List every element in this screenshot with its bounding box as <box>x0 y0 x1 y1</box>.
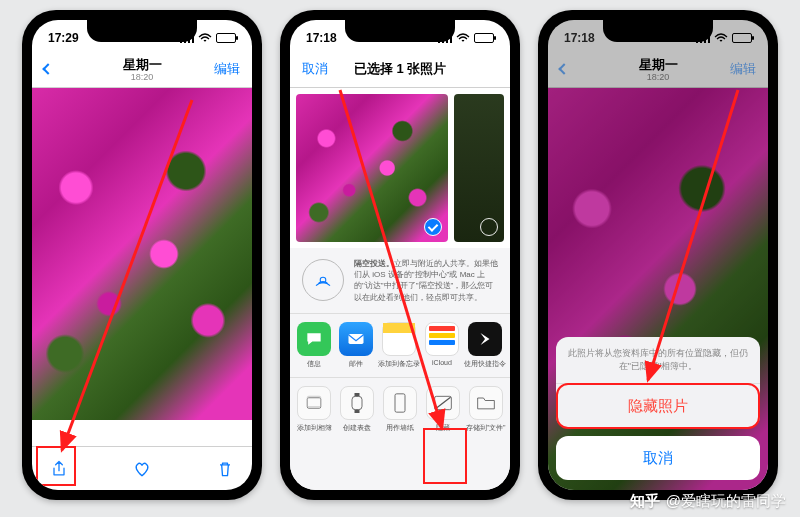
watermark: 知乎 @爱瞎玩的雷同学 <box>630 492 786 511</box>
phone-frame-3: 17:18 星期一 18:20 编辑 <box>538 10 778 500</box>
share-apps-row: 信息 邮件 添加到备忘录 iCloud 使用快捷指令 <box>290 314 510 378</box>
app-mail[interactable]: 邮件 <box>336 322 376 369</box>
wifi-icon <box>198 33 212 43</box>
nav-bar: 取消 已选择 1 张照片 <box>290 50 510 88</box>
sheet-hint: 此照片将从您资料库中的所有位置隐藏，但仍在"已隐藏"相簿中。 <box>556 337 760 384</box>
wifi-icon <box>714 33 728 43</box>
heart-icon[interactable] <box>131 458 153 480</box>
nav-bar: 星期一 18:20 编辑 <box>548 50 768 88</box>
action-add-to-album[interactable]: 添加到相簿 <box>294 386 335 433</box>
notch <box>345 20 455 42</box>
action-hide[interactable]: 隐藏 <box>422 386 463 433</box>
back-button[interactable] <box>44 61 54 76</box>
airdrop-row[interactable]: 隔空投送。立即与附近的人共享。如果他们从 iOS 设备的"控制中心"或 Mac … <box>290 248 510 314</box>
svg-rect-8 <box>395 394 405 412</box>
thumbnail-row <box>290 88 510 248</box>
status-time: 17:18 <box>306 31 337 45</box>
svg-rect-6 <box>355 393 360 396</box>
status-time: 17:29 <box>48 31 79 45</box>
svg-rect-7 <box>355 409 360 412</box>
hide-photo-button[interactable]: 隐藏照片 <box>556 384 760 428</box>
share-actions-row: 添加到相簿 创建表盘 用作墙纸 隐藏 存储到"文件" <box>290 378 510 441</box>
app-notes[interactable]: 添加到备忘录 <box>378 322 420 369</box>
nav-title: 星期一 <box>548 56 768 74</box>
action-save-files[interactable]: 存储到"文件" <box>465 386 506 433</box>
battery-icon <box>216 33 236 43</box>
circle-icon <box>480 218 498 236</box>
edit-button[interactable]: 编辑 <box>214 60 240 78</box>
notch <box>603 20 713 42</box>
airdrop-text: 隔空投送。立即与附近的人共享。如果他们从 iOS 设备的"控制中心"或 Mac … <box>354 258 498 303</box>
bottom-toolbar <box>32 446 252 490</box>
share-icon[interactable] <box>48 458 70 480</box>
watermark-author: @爱瞎玩的雷同学 <box>666 492 786 511</box>
nav-bar: 星期一 18:20 编辑 <box>32 50 252 88</box>
cancel-button[interactable]: 取消 <box>556 436 760 480</box>
battery-icon <box>474 33 494 43</box>
phone-frame-1: 17:29 星期一 18:20 编辑 <box>22 10 262 500</box>
battery-icon <box>732 33 752 43</box>
app-messages[interactable]: 信息 <box>294 322 334 369</box>
edit-button[interactable]: 编辑 <box>730 60 756 78</box>
action-create-watchface[interactable]: 创建表盘 <box>337 386 378 433</box>
check-icon <box>424 218 442 236</box>
svg-rect-2 <box>349 334 364 344</box>
back-button[interactable] <box>560 61 570 76</box>
app-shortcuts[interactable]: 使用快捷指令 <box>464 322 506 369</box>
status-time: 17:18 <box>564 31 595 45</box>
zhihu-logo: 知乎 <box>630 492 660 511</box>
trash-icon[interactable] <box>214 458 236 480</box>
svg-rect-5 <box>352 396 362 409</box>
action-wallpaper[interactable]: 用作墙纸 <box>380 386 421 433</box>
phone-frame-2: 17:18 取消 已选择 1 张照片 <box>280 10 520 500</box>
svg-line-10 <box>435 397 450 409</box>
wifi-icon <box>456 33 470 43</box>
cancel-button[interactable]: 取消 <box>302 60 328 78</box>
thumbnail-selected[interactable] <box>296 94 448 242</box>
action-sheet: 此照片将从您资料库中的所有位置隐藏，但仍在"已隐藏"相簿中。 隐藏照片 取消 <box>556 337 760 480</box>
notch <box>87 20 197 42</box>
photo-viewer[interactable] <box>32 88 252 420</box>
thumbnail-next[interactable] <box>454 94 504 242</box>
airdrop-icon <box>302 259 344 301</box>
nav-subtitle: 18:20 <box>548 72 768 82</box>
app-icloud[interactable]: iCloud <box>422 322 462 369</box>
